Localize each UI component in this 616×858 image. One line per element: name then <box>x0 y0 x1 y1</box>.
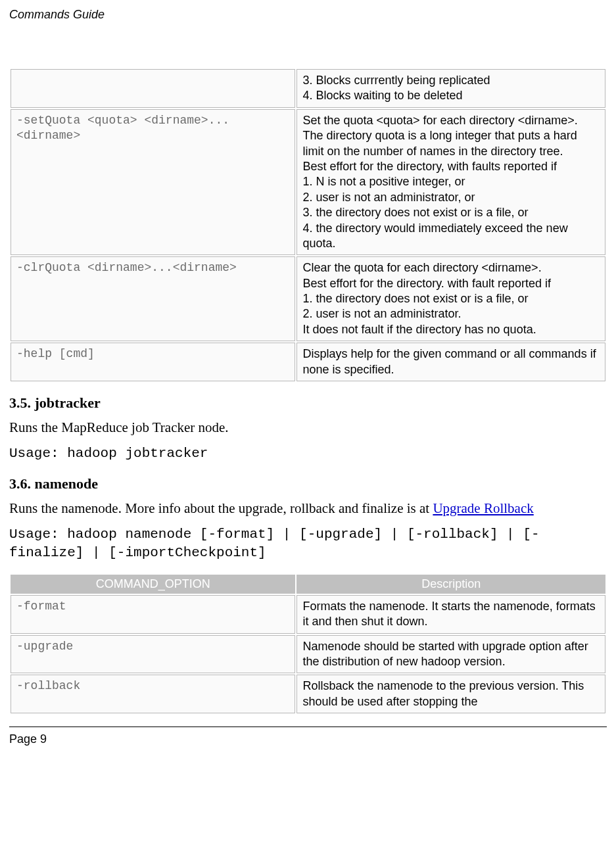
table-row: -format Formats the namenode. It starts … <box>11 595 605 634</box>
body-text: Runs the namenode. More info about the u… <box>9 500 433 516</box>
table-row: 3. Blocks currrently being replicated 4.… <box>11 69 605 108</box>
page-number: Page 9 <box>9 732 607 746</box>
table-row: -help [cmd] Displays help for the given … <box>11 343 605 381</box>
namenode-options-table: COMMAND_OPTION Description -format Forma… <box>9 573 607 715</box>
usage-line: Usage: hadoop namenode [-format] | [-upg… <box>9 525 607 563</box>
table-row: -upgrade Namenode should be started with… <box>11 635 605 674</box>
table-row: -clrQuota <dirname>...<dirname> Clear th… <box>11 256 605 341</box>
command-cell <box>11 69 295 108</box>
section-body: Runs the MapReduce job Tracker node. <box>9 418 607 437</box>
command-cell: -rollback <box>11 675 295 713</box>
command-cell: -format <box>11 595 295 634</box>
table-row: -rollback Rollsback the namenode to the … <box>11 675 605 713</box>
description-cell: 3. Blocks currrently being replicated 4.… <box>296 69 605 108</box>
footer-rule: Page 9 <box>9 727 607 746</box>
description-cell: Set the quota <quota> for each directory… <box>296 109 605 256</box>
command-cell: -help [cmd] <box>11 343 295 381</box>
command-cell: -upgrade <box>11 635 295 674</box>
table-row: -setQuota <quota> <dirname>...<dirname> … <box>11 109 605 256</box>
command-cell: -setQuota <quota> <dirname>...<dirname> <box>11 109 295 256</box>
section-heading-namenode: 3.6. namenode <box>9 475 607 492</box>
options-table-continued: 3. Blocks currrently being replicated 4.… <box>9 68 607 383</box>
upgrade-rollback-link[interactable]: Upgrade Rollback <box>433 500 533 516</box>
description-cell: Displays help for the given command or a… <box>296 343 605 381</box>
column-header-command: COMMAND_OPTION <box>11 575 295 594</box>
column-header-description: Description <box>296 575 605 594</box>
description-cell: Formats the namenode. It starts the name… <box>296 595 605 634</box>
description-cell: Rollsback the namenode to the previous v… <box>296 675 605 713</box>
command-cell: -clrQuota <dirname>...<dirname> <box>11 256 295 341</box>
section-body: Runs the namenode. More info about the u… <box>9 499 607 517</box>
description-cell: Namenode should be started with upgrade … <box>296 635 605 674</box>
table-header-row: COMMAND_OPTION Description <box>11 575 605 594</box>
usage-line: Usage: hadoop jobtracker <box>9 444 607 463</box>
section-heading-jobtracker: 3.5. jobtracker <box>9 394 607 412</box>
document-header: Commands Guide <box>9 8 607 22</box>
description-cell: Clear the quota for each directory <dirn… <box>296 256 605 341</box>
